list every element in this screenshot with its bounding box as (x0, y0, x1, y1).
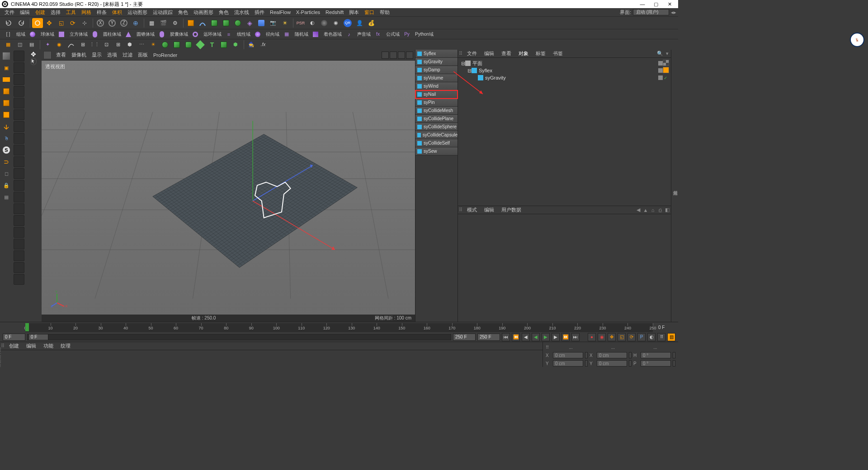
mg-05[interactable]: ◉ (54, 40, 65, 50)
menu-realflow[interactable]: RealFlow (267, 9, 293, 15)
mg-03[interactable]: ▤ (26, 40, 37, 50)
attr-nav-pin[interactable]: ⎙ (657, 207, 663, 213)
attr-tab-edit[interactable]: 编辑 (481, 207, 498, 213)
maximize-button[interactable]: ▢ (649, 0, 663, 8)
mg-06[interactable] (66, 40, 76, 50)
size-x-field[interactable]: 0 cm (597, 352, 627, 358)
generator-primitive[interactable] (209, 18, 220, 28)
key-scale-button[interactable]: ◱ (618, 333, 626, 341)
light-primitive[interactable]: ☀ (279, 18, 290, 28)
dom-random[interactable]: ▦ (281, 29, 292, 39)
pc1-11[interactable] (14, 168, 24, 179)
x-axis-toggle[interactable]: X (95, 18, 106, 28)
mg-04[interactable]: ✦ (42, 40, 53, 50)
vt-view[interactable]: 查看 (53, 52, 69, 58)
menu-character[interactable]: 角色 (175, 9, 191, 16)
frame-end-b-field[interactable]: 250 F (477, 334, 500, 341)
menu-pipeline[interactable]: 流水线 (231, 9, 252, 16)
menu-motiontrack[interactable]: 运动跟踪 (150, 9, 175, 16)
lt-plane[interactable] (1, 74, 12, 85)
goto-end-button[interactable]: ⏭ (571, 333, 580, 341)
goto-start-button[interactable]: ⏮ (502, 333, 510, 341)
next-frame-button[interactable]: ▶ (552, 333, 560, 341)
om-tab-bookmarks[interactable]: 书签 (549, 50, 566, 57)
mg-19[interactable] (218, 40, 229, 50)
record-key-button[interactable]: ● (588, 333, 596, 341)
mg-10[interactable]: ⊞ (113, 40, 123, 50)
pc1-15[interactable] (14, 215, 24, 226)
psr-button[interactable]: PSR (295, 18, 306, 28)
mg-22[interactable]: .fx (258, 40, 269, 50)
render-view-button[interactable]: ▦ (146, 18, 157, 28)
size-y-stepper[interactable] (629, 360, 632, 367)
expand-syflex[interactable]: ⊟ (467, 68, 472, 74)
rot-p-field[interactable]: 0 ° (641, 360, 671, 367)
menu-spline[interactable]: 样条 (94, 9, 109, 16)
last-tool[interactable]: ⊹ (79, 18, 90, 28)
lt-obj3[interactable] (1, 109, 12, 120)
menu-help[interactable]: 帮助 (377, 9, 392, 16)
syflex-item-synail[interactable]: syNail (415, 90, 458, 99)
menu-redshift[interactable]: Redshift (323, 9, 346, 15)
move-tool[interactable]: ✥ (44, 18, 55, 28)
panel-grip-icon[interactable]: ⠿ (458, 51, 463, 56)
pc1-19[interactable] (14, 262, 24, 273)
pc1-17[interactable] (14, 239, 24, 249)
tool-extra2[interactable] (319, 18, 330, 28)
pc1-14[interactable] (14, 203, 24, 214)
menu-mograph[interactable]: 运动图形 (125, 9, 150, 16)
mg-20[interactable]: ⬢ (230, 40, 241, 50)
dom-radial[interactable] (252, 29, 263, 39)
mat-tab-create[interactable]: 创建 (5, 343, 23, 349)
pc1-4[interactable] (14, 86, 24, 97)
dom-capsule[interactable] (156, 29, 167, 39)
pc1-3[interactable] (14, 74, 24, 85)
key-pos-button[interactable]: ✥ (608, 333, 616, 341)
mg-09[interactable]: ⊡ (101, 40, 112, 50)
syflex-item-sydamp[interactable]: syDamp (415, 66, 458, 74)
vt-display[interactable]: 显示 (89, 52, 104, 58)
vt-nav4[interactable] (406, 52, 413, 59)
dom-sphere[interactable] (27, 29, 38, 39)
pc1-18[interactable] (14, 250, 24, 261)
right-vertical-strip[interactable]: 对象属性 (671, 50, 678, 322)
mg-21[interactable]: 🧙 (246, 40, 257, 50)
mg-02[interactable]: ◫ (14, 40, 25, 50)
close-button[interactable]: ✕ (663, 0, 676, 8)
syflex-item-sycollideself[interactable]: syCollideSelf (415, 139, 458, 147)
pos-y-stepper[interactable] (585, 360, 588, 367)
tag-1[interactable] (663, 60, 669, 66)
rotate-tool[interactable]: ⟳ (67, 18, 78, 28)
render-pv-button[interactable]: 🎬 (158, 18, 169, 28)
viewport-perspective[interactable]: 透视视图 (42, 61, 415, 315)
key-pla-button[interactable]: ◐ (647, 333, 656, 341)
pc1-5[interactable] (14, 98, 24, 108)
syflex-item-syvolume[interactable]: syVolume (415, 74, 458, 82)
menu-character2[interactable]: 角色 (216, 9, 231, 16)
lt-work[interactable]: ◻ (1, 168, 12, 179)
attr-tab-userdata[interactable]: 用户数据 (498, 207, 525, 213)
lt-lock[interactable]: 🔒 (1, 180, 12, 191)
syflex-item-syflex[interactable]: Syflex (415, 50, 458, 58)
pc1-20[interactable] (14, 274, 24, 285)
vt-nav3[interactable] (398, 52, 405, 59)
mat-tab-texture[interactable]: 纹理 (57, 343, 74, 349)
move-gizmo-tool[interactable]: ✥ (31, 51, 36, 58)
generator3-primitive[interactable] (232, 18, 243, 28)
prev-frame-button[interactable]: ◀ (522, 333, 530, 341)
lt-poly[interactable]: ▣ (1, 62, 12, 73)
pos-y-field[interactable]: 0 cm (553, 360, 583, 367)
menu-edit[interactable]: 编辑 (17, 9, 33, 16)
tag-2[interactable] (663, 67, 669, 73)
key-rot-button[interactable]: ⟳ (627, 333, 636, 341)
vt-options[interactable]: 选项 (104, 52, 120, 58)
om-tab-object[interactable]: 对象 (515, 50, 532, 57)
dom-group[interactable]: [ ] (3, 29, 14, 39)
tree-row-plane[interactable]: ⊟ 平面 (461, 60, 668, 67)
pc1-13[interactable] (14, 192, 24, 202)
material-body[interactable]: MAXON CINEMA 4D (0, 350, 542, 367)
lt-s[interactable]: S (1, 145, 12, 155)
pc1-2[interactable] (14, 62, 24, 73)
om-tab-view[interactable]: 查看 (498, 50, 515, 57)
play-back-button[interactable]: ◀ (532, 333, 540, 341)
